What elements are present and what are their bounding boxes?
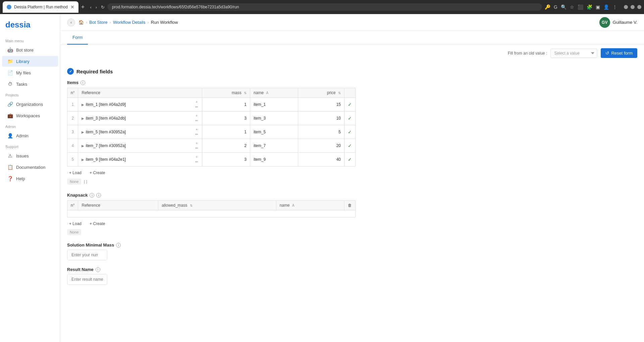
row-name: item_9 — [250, 153, 298, 166]
maximize-button[interactable] — [631, 5, 635, 9]
name-col-label: name — [254, 90, 264, 95]
items-table-head: n° Reference mass ⇅ name A — [67, 88, 356, 98]
close-button[interactable] — [637, 5, 641, 9]
profile-icon[interactable]: 👤 — [603, 4, 609, 10]
row-price: 10 — [298, 112, 344, 125]
row-actions: + ✏ — [195, 100, 199, 109]
row-add-button[interactable]: + — [195, 114, 198, 118]
reset-form-button[interactable]: ↺ Reset form — [601, 48, 637, 58]
row-edit-button[interactable]: ✏ — [195, 146, 199, 150]
sidebar-toggle-icon[interactable]: ▣ — [596, 4, 600, 10]
ref-text: item_3 [Item #04a2db] — [86, 116, 125, 121]
extension1-icon[interactable]: ⬛ — [578, 4, 583, 10]
sidebar-item-library[interactable]: 📁 Library — [2, 56, 58, 67]
tab-close-button[interactable]: ✕ — [70, 4, 74, 10]
row-edit-button[interactable]: ✏ — [195, 119, 199, 123]
fill-label: Fill from an old value : — [508, 51, 547, 56]
row-actions: + ✏ — [195, 114, 199, 123]
knapsack-load-button[interactable]: + Load — [67, 220, 84, 227]
breadcrumb-workflow-details[interactable]: Workflow Details — [113, 20, 146, 25]
help-icon: ❓ — [7, 176, 13, 181]
k-col-allowed-mass[interactable]: allowed_mass ⇅ — [158, 201, 276, 210]
row-add-button[interactable]: + — [195, 141, 198, 145]
translate-icon[interactable]: G — [554, 4, 557, 10]
bookmark-icon[interactable]: ☆ — [570, 4, 574, 10]
row-edit-button[interactable]: ✏ — [195, 160, 199, 164]
breadcrumb-bot-store[interactable]: Bot Store — [89, 20, 107, 25]
result-name-input[interactable] — [67, 274, 107, 285]
knapsack-info-icon2[interactable]: i — [96, 193, 101, 198]
reload-button[interactable]: ↻ — [101, 5, 105, 10]
sidebar-item-organizations[interactable]: 🔗 Organizations — [2, 99, 58, 110]
sidebar-item-issues[interactable]: ⚠ Issues — [2, 150, 58, 161]
minimize-button[interactable] — [624, 5, 628, 9]
sidebar-item-documentation[interactable]: 📋 Documentation — [2, 162, 58, 173]
solution-minimal-mass-input[interactable] — [67, 250, 107, 260]
my-files-icon: 📄 — [7, 70, 13, 75]
knapsack-title: Knapsack i i — [67, 193, 356, 198]
row-add-button[interactable]: + — [195, 127, 198, 132]
browser-tab[interactable]: Dessia Platform | Run method ✕ — [3, 1, 78, 13]
solution-minimal-mass-text: Solution Minimal Mass — [67, 243, 114, 248]
knapsack-info-icon[interactable]: i — [90, 193, 94, 198]
row-name: item_7 — [250, 139, 298, 153]
solution-minimal-mass-info-icon[interactable]: i — [116, 243, 121, 248]
organizations-icon: 🔗 — [7, 101, 13, 107]
col-action — [344, 88, 356, 98]
extension2-icon[interactable]: 🧩 — [587, 4, 592, 10]
row-actions: + ✏ — [195, 155, 199, 164]
k-col-n: n° — [67, 201, 78, 210]
key-icon[interactable]: 🔑 — [545, 4, 550, 10]
ref-text: item_9 [Item #04a2e1] — [86, 157, 125, 162]
row-num: 5 — [67, 153, 78, 166]
ref-arrow-icon: ▶ — [82, 117, 84, 120]
main-content: Form Fill from an old value : Select a v… — [60, 31, 644, 342]
tasks-icon: ⏱ — [7, 81, 13, 87]
header-user[interactable]: GV Guillaume V. — [599, 17, 637, 28]
table-row: 1 ▶ item_1 [Item #04a2d9] + ✏ 1 item_1 1… — [67, 98, 356, 112]
k-name-col-label: name — [280, 203, 290, 208]
allowed-mass-sort-icon: ⇅ — [190, 204, 193, 207]
back-button[interactable]: ‹ — [90, 5, 91, 10]
tab-favicon — [7, 5, 11, 9]
k-col-name[interactable]: name A — [276, 201, 344, 210]
col-name[interactable]: name A — [250, 88, 298, 98]
check-icon: ✓ — [348, 157, 352, 162]
sidebar-collapse-button[interactable]: ‹ — [67, 18, 75, 26]
ref-text: item_1 [Item #04a2d9] — [86, 102, 125, 107]
breadcrumb-home[interactable]: 🏠 — [78, 20, 84, 25]
sidebar-item-label: My files — [16, 70, 31, 75]
row-edit-button[interactable]: ✏ — [195, 105, 199, 109]
address-bar[interactable]: prod.formation.dessia.tech/workflows/65f… — [107, 3, 542, 11]
row-add-button[interactable]: + — [195, 155, 198, 159]
result-name-info-icon[interactable]: i — [96, 267, 100, 272]
solution-minimal-mass-section: Solution Minimal Mass i — [67, 243, 356, 260]
row-edit-button[interactable]: ✏ — [195, 132, 199, 137]
col-n: n° — [67, 88, 78, 98]
reset-icon: ↺ — [605, 51, 609, 56]
menu-icon[interactable]: ⋮ — [612, 4, 617, 10]
col-price[interactable]: price ⇅ — [298, 88, 344, 98]
knapsack-none-badge: None — [67, 229, 81, 235]
row-add-button[interactable]: + — [195, 100, 198, 104]
items-create-button[interactable]: + Create — [88, 169, 107, 177]
required-section-label: Required fields — [76, 69, 113, 74]
sidebar-item-help[interactable]: ❓ Help — [2, 173, 58, 184]
sidebar-item-label: Bot store — [16, 48, 34, 53]
forward-button[interactable]: › — [96, 5, 97, 10]
sidebar-item-bot-store[interactable]: 🤖 Bot store — [2, 45, 58, 55]
col-mass[interactable]: mass ⇅ — [202, 88, 250, 98]
fill-select[interactable]: Select a value — [550, 49, 597, 58]
k-col-action: 🗑 — [344, 201, 356, 210]
tab-form[interactable]: Form — [67, 31, 88, 45]
sidebar-item-workspaces[interactable]: 💼 Workspaces — [2, 110, 58, 121]
sidebar-item-admin[interactable]: 👤 Admin — [2, 130, 58, 141]
items-info-icon[interactable]: i — [80, 80, 85, 85]
tabs-bar: Form — [60, 31, 644, 45]
sidebar-item-tasks[interactable]: ⏱ Tasks — [2, 79, 58, 89]
new-tab-button[interactable]: + — [81, 4, 85, 11]
items-load-button[interactable]: + Load — [67, 169, 84, 177]
zoom-icon[interactable]: 🔍 — [561, 4, 567, 10]
knapsack-create-button[interactable]: + Create — [88, 220, 107, 227]
sidebar-item-my-files[interactable]: 📄 My files — [2, 67, 58, 78]
